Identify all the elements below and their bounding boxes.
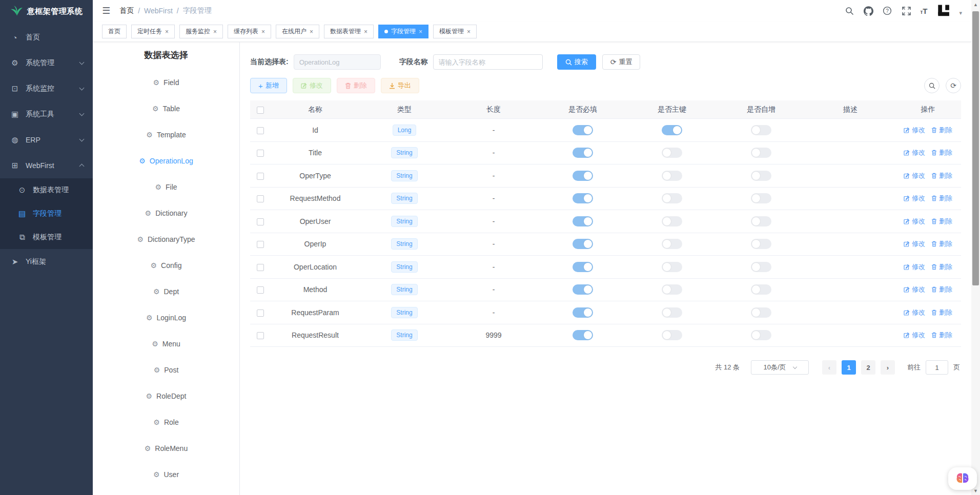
row-checkbox[interactable] [257,310,264,317]
tab-数据表管理[interactable]: 数据表管理 × [324,25,374,38]
row-checkbox[interactable] [257,173,264,180]
tree-item-OperationLog[interactable]: ⚙ OperationLog [93,148,239,174]
reset-button[interactable]: ⟳ 重置 [602,54,641,70]
row-delete-button[interactable]: 删除 [931,308,952,317]
help-icon[interactable]: ? [882,6,892,16]
required-toggle[interactable] [573,193,593,203]
search-button[interactable]: 搜索 [557,54,596,70]
row-delete-button[interactable]: 删除 [931,217,952,226]
edit-button[interactable]: 修改 [293,78,331,93]
scrollbar-thumb[interactable] [972,11,979,285]
row-checkbox[interactable] [257,332,264,339]
row-edit-button[interactable]: 修改 [904,239,925,249]
ai-assistant-button[interactable] [948,467,977,490]
tree-item-Post[interactable]: ⚙ Post [93,357,239,383]
tree-item-User[interactable]: ⚙ User [93,461,239,487]
required-toggle[interactable] [573,216,593,226]
tab-定时任务[interactable]: 定时任务 × [131,25,175,38]
sidebar-item-Yi框架[interactable]: ➤ Yi框架 [0,249,93,275]
row-checkbox[interactable] [257,195,264,202]
close-icon[interactable]: × [261,29,265,35]
row-delete-button[interactable]: 删除 [931,171,952,180]
page-scrollbar[interactable]: ▲ ▼ [971,0,980,495]
row-checkbox[interactable] [257,218,264,225]
tree-item-DictionaryType[interactable]: ⚙ DictionaryType [93,226,239,252]
primary-toggle[interactable] [662,262,682,272]
required-toggle[interactable] [573,330,593,340]
row-edit-button[interactable]: 修改 [904,148,925,157]
increment-toggle[interactable] [751,148,771,158]
tree-item-Menu[interactable]: ⚙ Menu [93,331,239,357]
increment-toggle[interactable] [751,125,771,135]
tab-在线用户[interactable]: 在线用户 × [276,25,319,38]
row-delete-button[interactable]: 删除 [931,148,952,157]
github-icon[interactable] [863,6,873,16]
tree-item-UserPost[interactable]: ⚙ UserPost [93,487,239,495]
sidebar-item-ERP[interactable]: ◍ ERP [0,127,93,153]
tree-item-Dictionary[interactable]: ⚙ Dictionary [93,200,239,226]
row-edit-button[interactable]: 修改 [904,126,925,135]
row-delete-button[interactable]: 删除 [931,331,952,340]
row-edit-button[interactable]: 修改 [904,262,925,272]
select-all-checkbox[interactable] [257,107,264,114]
breadcrumb-home[interactable]: 首页 [119,6,134,15]
close-icon[interactable]: × [419,29,422,35]
column-search-button[interactable] [924,78,940,93]
row-checkbox[interactable] [257,286,264,294]
sidebar-subitem-字段管理[interactable]: ▤ 字段管理 [0,202,93,225]
increment-toggle[interactable] [751,284,771,295]
fullscreen-icon[interactable] [901,6,911,16]
sidebar-item-首页[interactable]: ◔ 首页 [0,25,93,50]
search-icon[interactable] [844,6,854,16]
tab-缓存列表[interactable]: 缓存列表 × [228,25,271,38]
primary-toggle[interactable] [662,284,682,295]
row-checkbox[interactable] [257,127,264,134]
next-page-button[interactable]: › [881,360,895,375]
tree-item-LoginLog[interactable]: ⚙ LoginLog [93,304,239,331]
tree-item-Field[interactable]: ⚙ Field [93,69,239,95]
prev-page-button[interactable]: ‹ [822,360,836,375]
sidebar-item-系统工具[interactable]: ▣ 系统工具 [0,101,93,127]
tree-item-Role[interactable]: ⚙ Role [93,409,239,435]
row-edit-button[interactable]: 修改 [904,171,925,180]
row-edit-button[interactable]: 修改 [904,194,925,203]
menu-fold-icon[interactable]: ☰ [102,5,110,16]
row-delete-button[interactable]: 删除 [931,262,952,272]
close-icon[interactable]: × [467,29,471,35]
required-toggle[interactable] [573,262,593,272]
primary-toggle[interactable] [662,307,682,318]
increment-toggle[interactable] [751,171,771,181]
field-name-input[interactable] [433,54,543,70]
font-size-icon[interactable]: тT [920,7,927,15]
refresh-button[interactable]: ⟳ [946,78,961,93]
close-icon[interactable]: × [364,29,368,35]
page-size-select[interactable]: 10条/页 [751,360,809,375]
tree-item-RoleDept[interactable]: ⚙ RoleDept [93,383,239,409]
tree-item-Dept[interactable]: ⚙ Dept [93,278,239,304]
row-delete-button[interactable]: 删除 [931,285,952,294]
sidebar-subitem-数据表管理[interactable]: ⊙ 数据表管理 [0,178,93,202]
tab-首页[interactable]: 首页 [102,25,127,38]
increment-toggle[interactable] [751,262,771,272]
close-icon[interactable]: × [165,29,169,35]
required-toggle[interactable] [573,148,593,158]
row-checkbox[interactable] [257,241,264,248]
required-toggle[interactable] [573,239,593,249]
row-checkbox[interactable] [257,150,264,157]
scroll-up-icon[interactable]: ▲ [971,0,980,9]
export-button[interactable]: 导出 [381,78,419,93]
increment-toggle[interactable] [751,307,771,318]
sidebar-item-系统管理[interactable]: ⚙ 系统管理 [0,50,93,76]
tree-item-Table[interactable]: ⚙ Table [93,95,239,121]
row-checkbox[interactable] [257,264,264,271]
delete-button[interactable]: 删除 [337,78,375,93]
avatar[interactable] [936,3,953,18]
primary-toggle[interactable] [662,216,682,226]
required-toggle[interactable] [573,284,593,295]
row-edit-button[interactable]: 修改 [904,217,925,226]
row-edit-button[interactable]: 修改 [904,285,925,294]
primary-toggle[interactable] [662,125,682,135]
sidebar-subitem-模板管理[interactable]: ⧉ 模板管理 [0,225,93,249]
tree-item-RoleMenu[interactable]: ⚙ RoleMenu [93,435,239,461]
primary-toggle[interactable] [662,330,682,340]
